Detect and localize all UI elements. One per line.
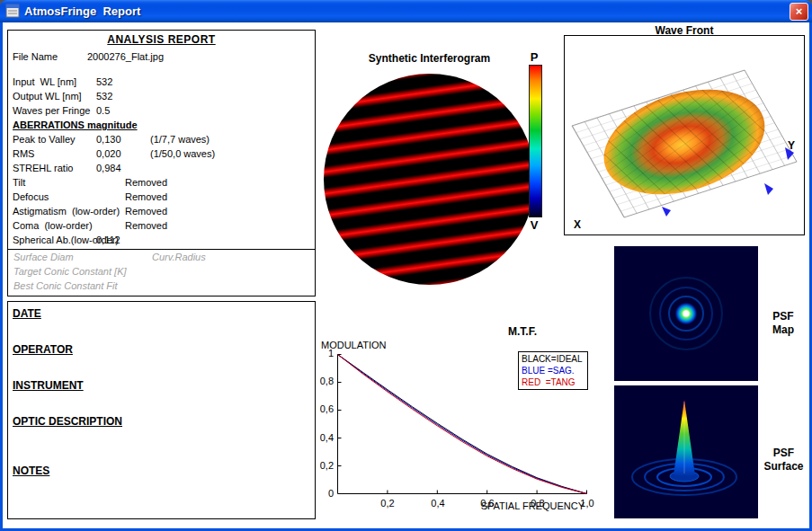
- row-label: Coma (low-order): [13, 220, 93, 231]
- report-row-input-wl: Input WL [nm] 532: [8, 75, 315, 89]
- row-label: Peak to Valley: [13, 134, 76, 145]
- row-value: 0.5: [96, 105, 110, 116]
- mtf-xlabel: SPATIAL FREQUENCY: [448, 500, 584, 511]
- legend-item-tang: RED =TANG: [522, 376, 584, 388]
- row-label: Astigmatism (low-order): [13, 206, 120, 217]
- mtf-ytick: 0,8: [312, 376, 334, 386]
- field-operator: OPERATOR: [13, 343, 73, 356]
- row-extra: (1/50,0 waves): [150, 148, 215, 159]
- conic-section-disabled: Surface Diam Curv.Radius Target Conic Co…: [8, 249, 315, 296]
- field-date: DATE: [13, 307, 41, 320]
- wavefront-plot: Y X: [565, 36, 804, 235]
- row-value: 0,020: [96, 148, 121, 159]
- report-content: ANALYSIS REPORT File Name 2000276_Flat.j…: [3, 22, 809, 528]
- row-label: Input WL [nm]: [13, 76, 76, 87]
- row-extra: (1/7,7 waves): [150, 134, 210, 145]
- mtf-ytick: 0,4: [312, 432, 334, 443]
- mtf-ytick: 1: [312, 348, 334, 358]
- row-label: Defocus: [13, 191, 49, 202]
- spacer: [8, 64, 315, 75]
- report-row-waves-per-fringe: Waves per Fringe 0.5: [8, 103, 315, 118]
- row-value: 0,130: [96, 134, 121, 145]
- report-row-filename: File Name 2000276_Flat.jpg: [8, 49, 315, 64]
- field-notes: NOTES: [13, 465, 49, 477]
- mtf-xtick: 0,4: [426, 498, 450, 509]
- target-conic-label: Target Conic Constant [K]: [13, 266, 127, 277]
- mtf-title: M.T.F.: [508, 325, 537, 338]
- surface-diam-label: Surface Diam: [13, 252, 74, 262]
- mtf-ytick: 0,6: [312, 403, 334, 414]
- report-row-strehl: STREHL ratio 0,984: [8, 161, 315, 175]
- row-value: 532: [96, 76, 112, 87]
- psf-map-label: PSF Map: [758, 310, 808, 337]
- app-icon: [5, 4, 20, 18]
- report-row-output-wl: Output WL [nm] 532: [8, 89, 315, 103]
- row-label: Tilt: [13, 177, 25, 188]
- curv-radius-label: Curv.Radius: [152, 252, 206, 262]
- row-value: 0,984: [96, 163, 121, 173]
- report-row-defocus: Defocus Removed: [8, 190, 315, 204]
- report-row-spherical: Spherical Ab.(low-order) 0,112: [8, 233, 315, 247]
- best-conic-label: Best Conic Constant Fit: [13, 280, 118, 291]
- field-optic-description: OPTIC DESCRIPTION: [13, 415, 122, 428]
- mtf-ytick: 0,2: [312, 460, 334, 471]
- row-value: Removed: [125, 177, 167, 188]
- report-row-rms: RMS 0,020 (1/50,0 waves): [8, 146, 315, 161]
- psf-surface-label: PSF Surface: [758, 447, 809, 473]
- y-axis-label: Y: [788, 139, 795, 152]
- psf-map-image: [614, 246, 758, 381]
- x-axis-label: X: [574, 218, 581, 231]
- aberrations-header: ABERRATIONS magnitude: [8, 118, 315, 132]
- legend-item-ideal: BLACK=IDEAL: [522, 353, 584, 365]
- analysis-report-title: ANALYSIS REPORT: [8, 33, 315, 49]
- interferogram-title: Synthetic Interferogram: [324, 52, 535, 65]
- report-row-coma: Coma (low-order) Removed: [8, 218, 315, 233]
- wavefront-panel: Y X: [564, 35, 805, 235]
- report-fields-panel: DATE OPERATOR INSTRUMENT OPTIC DESCRIPTI…: [7, 301, 316, 519]
- psf-surface-image: [614, 385, 758, 518]
- report-row-tilt: Tilt Removed: [8, 175, 315, 190]
- interferogram-image: [324, 74, 535, 285]
- mtf-xtick: 0,2: [376, 498, 399, 509]
- window-title: AtmosFringe Report: [24, 0, 140, 22]
- row-label: Output WL [nm]: [13, 91, 82, 102]
- row-label: STREHL ratio: [13, 163, 73, 173]
- analysis-report-panel: ANALYSIS REPORT File Name 2000276_Flat.j…: [7, 30, 316, 296]
- row-value: 2000276_Flat.jpg: [87, 51, 164, 62]
- row-value: Removed: [125, 191, 167, 202]
- report-row-peak-to-valley: Peak to Valley 0,130 (1/7,7 waves): [8, 132, 315, 146]
- row-label: Waves per Fringe: [13, 105, 90, 116]
- title-bar[interactable]: AtmosFringe Report ×: [0, 0, 812, 22]
- mtf-ytick: 0: [312, 488, 334, 499]
- row-value: 0,112: [96, 235, 120, 245]
- app-window: AtmosFringe Report × ANALYSIS REPORT Fil…: [0, 0, 812, 531]
- colorbar-peak-label: P: [528, 50, 540, 64]
- row-value: Removed: [125, 206, 167, 217]
- field-instrument: INSTRUMENT: [13, 379, 84, 392]
- colorbar-valley-label: V: [528, 218, 540, 232]
- axis-arrow-icon: [662, 207, 671, 217]
- colorbar: [529, 65, 542, 217]
- legend-item-sag: BLUE =SAG.: [522, 365, 584, 376]
- row-label: File Name: [13, 51, 58, 62]
- mtf-legend: BLACK=IDEAL BLUE =SAG. RED =TANG: [518, 351, 588, 390]
- row-value: Removed: [125, 220, 167, 231]
- row-label: RMS: [13, 148, 34, 159]
- axis-arrow-icon: [764, 183, 773, 195]
- report-row-astigmatism: Astigmatism (low-order) Removed: [8, 204, 315, 218]
- row-value: 532: [96, 91, 112, 102]
- close-button[interactable]: ×: [790, 3, 808, 21]
